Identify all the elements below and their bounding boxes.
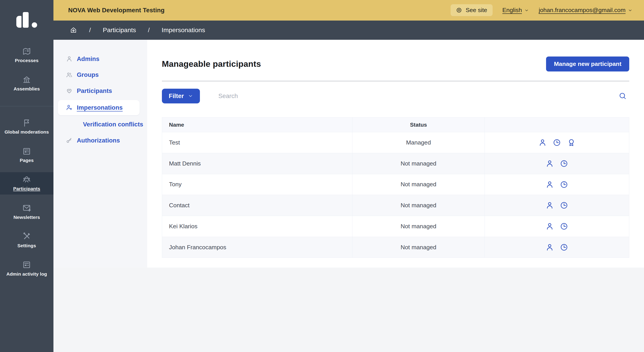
subnav-item-label: Participants <box>77 87 112 94</box>
organization-name: NOVA Web Development Testing <box>68 7 164 14</box>
decidim-logo[interactable] <box>0 0 54 40</box>
user-add-icon <box>66 104 73 111</box>
subnav-item-verification-conflicts[interactable]: Verification conflicts <box>54 117 147 133</box>
groups-icon <box>66 71 73 78</box>
key-icon <box>66 137 73 144</box>
participant-name: Matt Dennis <box>162 153 352 174</box>
person-icon <box>66 55 73 62</box>
table-row: Kei Klarios Not managed <box>162 216 629 237</box>
sidebar-item-pages[interactable]: Pages <box>0 144 54 166</box>
certify-award-icon[interactable] <box>567 138 576 147</box>
see-site-label: See site <box>466 7 487 14</box>
subnav-item-label: Groups <box>77 71 98 78</box>
history-clock-icon[interactable] <box>560 159 568 168</box>
admin-activity-log-icon <box>22 260 31 269</box>
impersonate-user-icon[interactable] <box>538 138 547 147</box>
sidebar-item-label: Participants <box>13 186 40 191</box>
manage-new-participant-button[interactable]: Manage new participant <box>546 56 629 71</box>
user-menu-dropdown[interactable]: johan.francocampos@gmail.com <box>539 7 632 14</box>
main-sidebar: Processes Assemblies Global moderations <box>0 0 54 352</box>
history-clock-icon[interactable] <box>560 180 568 189</box>
history-clock-icon[interactable] <box>560 201 568 210</box>
table-row: Johan Francocampos Not managed <box>162 237 629 258</box>
participant-status: Not managed <box>352 174 484 195</box>
filter-label: Filter <box>169 92 184 100</box>
app-window: Processes Assemblies Global moderations <box>0 0 644 352</box>
processes-icon <box>22 47 31 56</box>
column-header-status: Status <box>352 118 484 132</box>
subnav-item-authorizations[interactable]: Authorizations <box>54 133 147 149</box>
breadcrumb-separator: / <box>89 26 91 34</box>
table-row: Tony Not managed <box>162 174 629 195</box>
subnav-item-label: Impersonations <box>77 104 122 111</box>
sidebar-item-assemblies[interactable]: Assemblies <box>0 72 54 95</box>
filter-button[interactable]: Filter <box>162 89 200 103</box>
table-row: Test Managed <box>162 132 629 153</box>
breadcrumb-separator: / <box>148 26 150 34</box>
participant-name: Johan Francocampos <box>162 237 352 258</box>
title-divider <box>162 81 629 81</box>
sidebar-item-label: Newsletters <box>14 215 40 220</box>
page-title: Manageable participants <box>162 59 261 69</box>
impersonate-user-icon[interactable] <box>546 222 554 231</box>
sidebar-item-settings[interactable]: Settings <box>0 229 54 251</box>
sidebar-item-global-moderations[interactable]: Global moderations <box>0 116 54 138</box>
search-icon[interactable] <box>618 92 627 100</box>
impersonate-user-icon[interactable] <box>546 180 554 189</box>
chevron-down-icon <box>188 94 193 99</box>
impersonate-user-icon[interactable] <box>546 201 554 210</box>
subnav-item-participants[interactable]: Participants <box>54 83 147 99</box>
page-background <box>54 268 644 352</box>
history-clock-icon[interactable] <box>560 222 568 231</box>
newsletters-icon <box>22 203 31 212</box>
subnav-item-impersonations[interactable]: Impersonations <box>58 100 140 115</box>
search-input[interactable] <box>218 92 618 100</box>
subnav-item-groups[interactable]: Groups <box>54 67 147 83</box>
sidebar-item-admin-activity-log[interactable]: Admin activity log <box>0 257 54 280</box>
sidebar-item-label: Processes <box>15 58 39 63</box>
see-site-button[interactable]: See site <box>450 4 492 16</box>
sidebar-divider <box>0 106 54 107</box>
participants-icon <box>22 175 31 184</box>
sidebar-item-newsletters[interactable]: Newsletters <box>0 200 54 223</box>
breadcrumb: / Participants / Impersonations <box>54 20 644 40</box>
column-header-name: Name <box>162 118 352 132</box>
column-header-actions <box>485 118 629 132</box>
sidebar-item-label: Global moderations <box>4 129 49 135</box>
heart-hand-icon <box>66 87 73 94</box>
breadcrumb-item-participants[interactable]: Participants <box>103 26 136 34</box>
participant-status: Not managed <box>352 195 484 216</box>
impersonate-user-icon[interactable] <box>546 243 554 252</box>
sidebar-item-processes[interactable]: Processes <box>0 44 54 66</box>
main-content: Manageable participants Manage new parti… <box>147 40 644 267</box>
impersonate-user-icon[interactable] <box>546 159 554 168</box>
subnav-item-label: Authorizations <box>77 137 120 144</box>
sidebar-item-label: Settings <box>18 243 36 248</box>
sidebar-item-label: Assemblies <box>14 86 40 92</box>
see-site-icon <box>456 7 462 13</box>
participant-name: Test <box>162 132 352 153</box>
history-clock-icon[interactable] <box>560 243 568 252</box>
participant-status: Managed <box>352 132 484 153</box>
history-clock-icon[interactable] <box>552 138 561 147</box>
subnav-item-admins[interactable]: Admins <box>54 51 147 67</box>
table-header-row: Name Status <box>162 118 629 132</box>
global-moderations-icon <box>22 118 31 127</box>
pages-icon <box>22 147 31 156</box>
top-bar: NOVA Web Development Testing See site En… <box>54 0 644 20</box>
sidebar-item-participants[interactable]: Participants <box>0 172 54 194</box>
chevron-down-icon <box>628 8 632 12</box>
language-dropdown[interactable]: English <box>502 7 529 14</box>
participant-name: Kei Klarios <box>162 216 352 237</box>
participant-name: Contact <box>162 195 352 216</box>
table-row: Contact Not managed <box>162 195 629 216</box>
decidim-logo-mark <box>16 12 37 28</box>
user-email: johan.francocampos@gmail.com <box>539 7 626 14</box>
home-icon[interactable] <box>70 26 77 34</box>
sidebar-item-label: Admin activity log <box>6 271 47 277</box>
subnav-item-label: Verification conflicts <box>83 121 143 128</box>
secondary-nav: Admins Groups Participants <box>54 40 147 267</box>
chevron-down-icon <box>524 8 529 12</box>
breadcrumb-item-impersonations[interactable]: Impersonations <box>162 26 205 34</box>
table-row: Matt Dennis Not managed <box>162 153 629 174</box>
